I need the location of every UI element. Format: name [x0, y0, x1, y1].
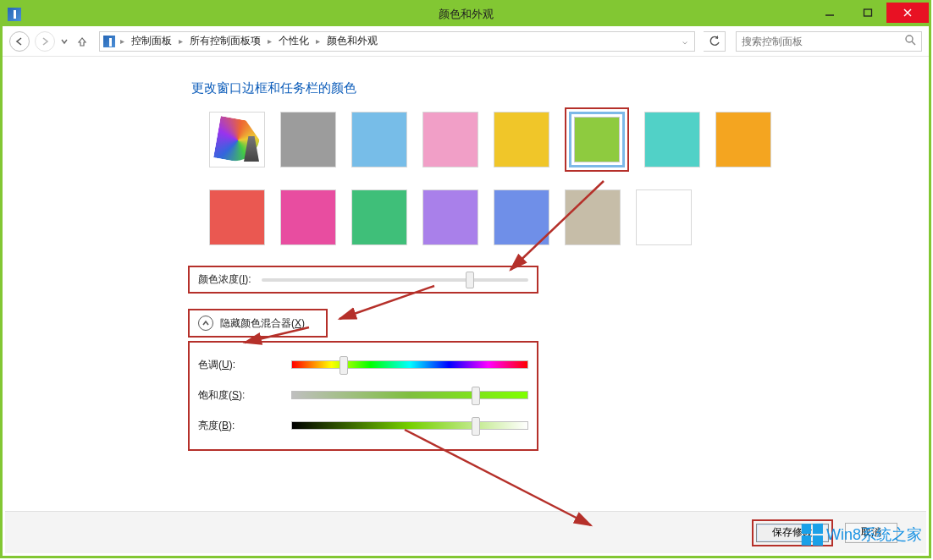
intensity-label: 颜色浓度(I):	[198, 272, 251, 287]
hue-slider[interactable]	[291, 360, 528, 369]
intensity-highlight: 颜色浓度(I):	[188, 266, 538, 294]
forward-button[interactable]	[35, 31, 55, 52]
color-swatch[interactable]	[494, 112, 549, 167]
mixer-toggle-label[interactable]: 隐藏颜色混合器(X)	[220, 316, 305, 331]
color-swatch[interactable]	[565, 189, 621, 245]
titlebar: 颜色和外观	[3, 3, 929, 26]
color-swatch-automatic[interactable]	[209, 112, 265, 167]
mixer-toggle-highlight: 隐藏颜色混合器(X)	[188, 309, 328, 338]
refresh-button[interactable]	[704, 31, 726, 52]
maximize-button[interactable]	[848, 3, 886, 23]
address-dropdown[interactable]: ⌵	[679, 36, 691, 46]
cancel-button[interactable]: 取消	[845, 523, 897, 543]
brightness-slider[interactable]	[291, 421, 528, 430]
brightness-label: 亮度(B):	[198, 419, 291, 433]
color-swatches	[209, 112, 929, 245]
saturation-slider[interactable]	[291, 391, 528, 399]
content: 更改窗口边框和任务栏的颜色 颜色浓度(I): 隐藏颜色混合器(X)	[3, 57, 929, 513]
up-button[interactable]	[74, 33, 91, 50]
address-bar[interactable]: ▸ 控制面板 ▸ 所有控制面板项 ▸ 个性化 ▸ 颜色和外观 ⌵	[99, 31, 695, 52]
color-swatch[interactable]	[422, 112, 478, 167]
color-swatch[interactable]	[351, 112, 407, 167]
color-swatch[interactable]	[715, 112, 771, 167]
color-swatch[interactable]	[494, 189, 549, 245]
window-title: 颜色和外观	[439, 7, 494, 22]
toolbar: ▸ 控制面板 ▸ 所有控制面板项 ▸ 个性化 ▸ 颜色和外观 ⌵	[3, 26, 929, 57]
history-dropdown[interactable]	[60, 36, 69, 47]
footer: 保存修改 取消	[5, 511, 926, 553]
saturation-label: 饱和度(S):	[198, 388, 291, 403]
hue-label: 色调(U):	[198, 358, 291, 372]
search-input[interactable]	[742, 36, 904, 47]
app-icon	[8, 8, 21, 21]
search-icon[interactable]	[904, 34, 916, 48]
color-swatch[interactable]	[280, 112, 336, 167]
slider-thumb[interactable]	[466, 272, 474, 288]
svg-rect-1	[864, 9, 871, 16]
color-swatch[interactable]	[351, 189, 407, 245]
breadcrumb[interactable]: 颜色和外观	[325, 34, 379, 48]
breadcrumb[interactable]: 控制面板	[130, 34, 174, 48]
breadcrumb[interactable]: 所有控制面板项	[188, 34, 262, 48]
search-box[interactable]	[736, 31, 922, 52]
page-title: 更改窗口边框和任务栏的颜色	[191, 80, 929, 96]
mixer-highlight: 色调(U): 饱和度(S): 亮度(B):	[188, 341, 538, 451]
color-swatch[interactable]	[280, 189, 336, 245]
minimize-button[interactable]	[810, 3, 848, 23]
slider-thumb[interactable]	[472, 387, 480, 405]
chevron-up-icon[interactable]	[198, 316, 213, 331]
slider-thumb[interactable]	[340, 356, 348, 375]
breadcrumb[interactable]: 个性化	[277, 34, 311, 48]
save-highlight: 保存修改	[752, 519, 833, 546]
color-swatch[interactable]	[209, 189, 265, 245]
close-button[interactable]	[886, 3, 929, 23]
slider-thumb[interactable]	[472, 417, 480, 436]
color-swatch[interactable]	[636, 189, 692, 245]
color-swatch[interactable]	[422, 189, 478, 245]
intensity-slider[interactable]	[262, 278, 528, 282]
color-swatch-selected[interactable]	[565, 107, 629, 172]
save-button[interactable]: 保存修改	[756, 524, 829, 542]
breadcrumb-sep: ▸	[119, 36, 126, 46]
svg-point-4	[906, 36, 913, 42]
color-swatch[interactable]	[644, 112, 700, 167]
location-icon	[103, 36, 115, 47]
svg-line-5	[912, 41, 915, 45]
back-button[interactable]	[9, 31, 30, 52]
